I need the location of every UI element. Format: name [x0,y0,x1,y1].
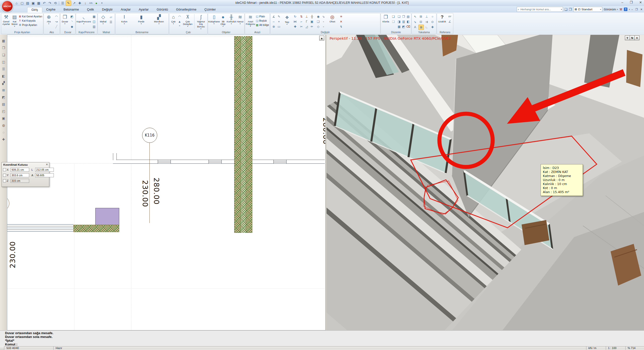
kutuphane-button[interactable]: ▯ Kütüphane ▾ [209,14,219,30]
z-lock-checkbox[interactable] [3,179,6,182]
tab-celik[interactable]: Çelik [83,7,98,13]
status-unit[interactable]: kN / m [586,346,607,350]
tool-icon-9[interactable]: ◩ [0,94,7,101]
plato-button[interactable]: ◱Plato [256,14,269,18]
group-icon[interactable]: ❏ [397,14,401,19]
spire-icon[interactable]: ▲ [178,19,182,24]
doc-close-button[interactable]: ✕ [640,8,642,11]
double-window-icon[interactable]: ◫ [92,19,97,24]
send-back-icon[interactable]: ❏ [565,8,568,11]
command-search[interactable]: ⌕ ▾ [517,7,563,12]
plan-pane-button[interactable]: ▲ [319,36,324,40]
bring-front-icon[interactable]: ❐ [569,8,572,11]
help-icon[interactable]: ? [624,8,627,11]
tab-gorsellestirme[interactable]: Görselleştirme [172,7,200,13]
render-sphere-icon[interactable]: ● [94,1,99,6]
tab-araclar[interactable]: Araçlar [117,7,135,13]
yagmur-inis-borusu-button[interactable]: ∫ Yağmur İniş Borusu ▾ [195,14,207,30]
snap-perpendicular-icon[interactable]: ⊥ [424,14,429,19]
array-icon[interactable]: ╬ [309,14,314,19]
uzaklik-button[interactable]: ? Uzaklık [438,14,447,30]
overlap-icon[interactable]: ❐ [401,14,406,19]
edit-pen-icon[interactable]: ✎ [276,14,281,19]
aks-button[interactable]: ⊕ Aks ▾ [45,14,53,30]
tab-cephe[interactable]: Cephe [42,7,60,13]
revert-icon[interactable]: ⟲ [53,1,58,6]
layers-icon[interactable]: ▤ [406,14,410,19]
tool-icon-7[interactable]: ▞ [0,79,7,86]
bosluk-button[interactable]: ◲Boşluk [256,19,269,23]
divide-icon[interactable]: ↯ [339,24,344,29]
snap-corner-icon[interactable]: ∟ [424,25,429,29]
merdiven-button[interactable]: ▞ Merdiven ▾ [151,14,167,30]
swap-icon[interactable]: ⇔ [271,19,276,24]
klonla-button[interactable]: ❐ Klonla [382,14,390,30]
havuz-button[interactable]: ≋ Havuz ▾ [237,14,244,30]
obje-3b-button[interactable]: ● 3B Obje ▾ [220,14,226,30]
maximize-button[interactable]: ❐ [630,1,633,4]
tool-icon-13[interactable]: ◍ [0,122,7,129]
tab-betonarme[interactable]: Betonarme [60,7,83,13]
arc-wall-icon[interactable]: ◝ [69,19,74,24]
dome-icon[interactable]: ◠ [178,14,182,19]
pointer-icon[interactable]: ↗ [72,1,77,6]
status-zoom[interactable]: % 714 [625,346,644,350]
kolon-button[interactable]: Ⅰ Kolon ▾ [117,14,131,30]
korkuluk-button[interactable]: ╫ Korkuluk ▾ [227,14,236,30]
style-selector[interactable]: ⊠ ⊡ Standart ▾ [573,7,602,12]
align-left-icon[interactable]: ◧ [406,19,410,24]
note-icon[interactable]: ▭ [276,24,281,29]
genel-ayarlar-button[interactable]: ⚒ Genel Ayarlar [2,14,10,30]
trim-icon[interactable]: ✂ [299,24,304,29]
paste-icon[interactable]: ❑ [391,19,396,24]
length-field[interactable] [35,168,54,172]
command-prompt[interactable]: Komut : [5,342,644,346]
tab-cizimler[interactable]: Çizimler [200,7,220,13]
zone-lines-icon[interactable]: ☰ [108,20,113,24]
snap-intersection-icon[interactable]: ✚ [430,25,435,29]
y-lock-checkbox[interactable] [3,174,6,177]
customize-icon[interactable]: ⚒ [619,8,622,11]
snap-parallel-icon[interactable]: ⇉ [424,19,429,24]
command-console[interactable]: Duvar ortasından sağa mesafe. Duvar orta… [0,330,644,346]
app-logo[interactable]: ideCAD [1,0,13,12]
tool-icon-8[interactable]: ⊞ [0,86,7,94]
area-icon[interactable]: m² [447,14,452,19]
box-select-icon[interactable]: ▣ [309,19,314,24]
chamfer-icon[interactable]: ◿ [304,24,309,29]
z-coordinate-field[interactable] [11,179,29,183]
plan-view-canvas[interactable]: K116 280.00 230.00 230.00 280.00 ▲ [7,35,326,330]
mirror-icon[interactable]: ⋈ [293,19,298,24]
proje-ayarlari-button[interactable]: ⚙Proje Ayarları [19,23,42,27]
ghost-icon[interactable]: ▫ [321,19,326,24]
small-box-icon[interactable]: ▫ [321,24,326,29]
align-right-icon[interactable]: ◨ [397,19,401,24]
break-icon[interactable]: ✳ [339,14,344,19]
snap-center-icon[interactable]: ⊙ [430,19,435,24]
node-icon[interactable]: ✚ [77,1,82,6]
stretch-icon[interactable]: ⇅ [299,14,304,19]
kat-listesi-button[interactable]: ▤ Kat listesi ▾ [11,14,18,30]
snap-node-icon[interactable]: ⊟ [418,19,423,24]
curve-axis-icon[interactable]: ↝ [54,19,59,24]
kat-genel-ayarlari-button[interactable]: ≣Kat Genel Ayarları [19,14,42,18]
new-file-icon[interactable]: ▢ [20,1,25,6]
rotate-icon[interactable]: ↻ [293,14,298,19]
cati-detaylari-button[interactable]: ⊼ Çatı Detayları ▾ [182,14,193,30]
tool-icon-10[interactable]: ▤ [0,101,7,108]
poly-wall-icon[interactable]: ◆ [69,24,74,29]
tool-icon-1[interactable]: ▦ [0,37,7,44]
polyline-edit-icon[interactable]: ✎ [66,1,71,6]
break-x-icon[interactable]: ✕ [339,19,344,24]
line-axis-icon[interactable]: ╱ [54,24,59,29]
snap-endpoint-icon[interactable]: ⇖ [413,14,418,19]
tool-icon-14[interactable]: ◌ [0,129,7,136]
zone-poly-icon[interactable]: ▱ [108,15,113,19]
wall-window-icon[interactable]: ▥ [92,24,97,29]
undo-icon[interactable]: ↶ [42,1,47,6]
redo-icon[interactable]: ↷ [47,1,52,6]
arazi-poligonu-button[interactable]: ≋ Arazi Poligonu ▾ [246,14,255,30]
measure-angle-icon[interactable]: ∡ [271,14,276,19]
save-all-icon[interactable]: ▦ [36,1,41,6]
ofset-button[interactable]: ◎ Ofset [327,14,337,30]
